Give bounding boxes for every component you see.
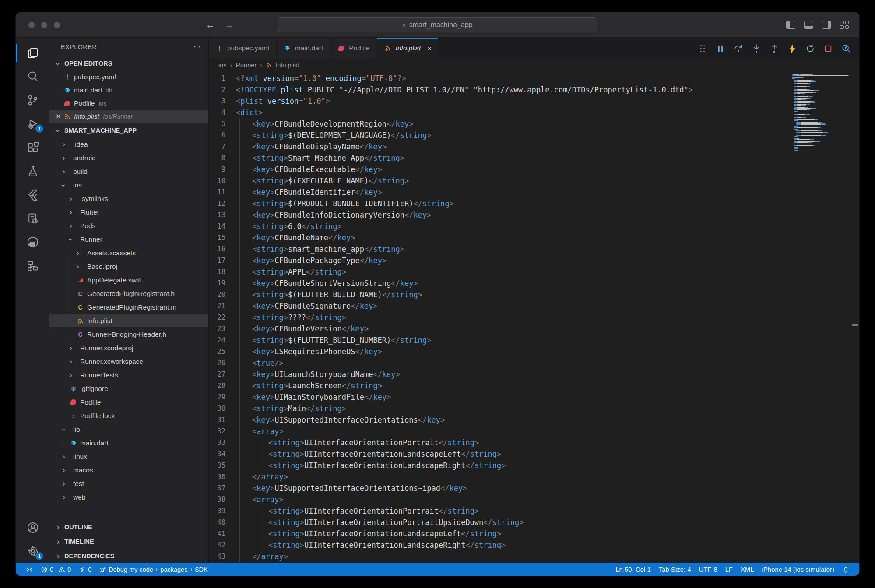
- status-debug-config[interactable]: Debug my code + packages + SDK: [95, 566, 212, 573]
- file-tree: ›.idea›android›build›ios›.symlinks›Flutt…: [49, 137, 208, 520]
- activity-extensions[interactable]: [16, 136, 49, 159]
- code-line-32: 32<array>: [209, 426, 789, 437]
- close-window-button[interactable]: [28, 22, 35, 28]
- status-ports[interactable]: 0: [75, 566, 95, 573]
- breadcrumb-item-Runner[interactable]: Runner: [236, 62, 257, 69]
- tree-item-AppDelegate.swift[interactable]: AppDelegate.swift: [49, 273, 208, 287]
- toggle-primary-sidebar-icon[interactable]: [786, 21, 795, 29]
- activity-testing[interactable]: [16, 159, 49, 183]
- zoom-window-button[interactable]: [54, 22, 60, 28]
- tree-item-Podfile[interactable]: Podfile: [49, 395, 208, 409]
- inspector-button[interactable]: [841, 43, 851, 54]
- tree-item-main.dart[interactable]: main.dart: [49, 436, 208, 450]
- project-section[interactable]: › SMART_MACHINE_APP: [49, 123, 208, 137]
- status-indentation[interactable]: Tab Size: 4: [655, 566, 695, 573]
- activity-flutter[interactable]: [16, 183, 49, 207]
- activity-run-debug[interactable]: 1: [16, 112, 49, 136]
- tree-item-Runner.xcworkspace[interactable]: ›Runner.xcworkspace: [49, 355, 208, 368]
- tab-pubspec.yaml[interactable]: !pubspec.yaml: [209, 38, 277, 59]
- status-eol[interactable]: LF: [721, 566, 737, 573]
- tree-item-.idea[interactable]: ›.idea: [49, 137, 208, 151]
- tree-item-ios[interactable]: ›ios: [49, 178, 208, 192]
- status-cursor-position[interactable]: Ln 50, Col 1: [611, 566, 655, 573]
- tree-item-Runner-Bridging-Header.h[interactable]: CRunner-Bridging-Header.h: [49, 327, 208, 341]
- tree-item-Runner[interactable]: ›Runner: [49, 232, 208, 246]
- pause-button[interactable]: [715, 43, 726, 54]
- tree-item-linux[interactable]: ›linux: [49, 450, 208, 463]
- breadcrumb-item-ios[interactable]: ios: [218, 62, 227, 69]
- tree-item-Info.plist[interactable]: Info.plist: [49, 314, 208, 327]
- toggle-panel-icon[interactable]: [804, 21, 813, 29]
- tree-item-.gitignore[interactable]: .gitignore: [49, 382, 208, 395]
- step-out-button[interactable]: [769, 43, 780, 54]
- status-device[interactable]: iPhone 14 (ios simulator): [758, 566, 838, 573]
- line-number: 3: [209, 95, 236, 107]
- tree-item-GeneratedPluginRegistrant.h[interactable]: CGeneratedPluginRegistrant.h: [49, 287, 208, 300]
- activity-explorer[interactable]: [16, 41, 49, 65]
- line-number: 8: [209, 152, 236, 164]
- activity-references[interactable]: [16, 254, 49, 278]
- tree-item-android[interactable]: ›android: [49, 151, 208, 165]
- activity-source-control[interactable]: [16, 88, 49, 112]
- tree-item-Base.lproj[interactable]: ›Base.lproj: [49, 260, 208, 273]
- customize-layout-icon[interactable]: [840, 21, 849, 29]
- file-name: Info.plist: [74, 113, 99, 120]
- status-problems[interactable]: 00: [37, 566, 75, 573]
- status-encoding[interactable]: UTF-8: [695, 566, 721, 573]
- open-editor-main.dart[interactable]: ✕main.dartlib: [49, 84, 208, 97]
- grip-button[interactable]: [697, 43, 708, 54]
- indent-guide: [68, 300, 68, 314]
- stop-button[interactable]: [823, 43, 833, 54]
- open-editor-pubspec.yaml[interactable]: ✕!pubspec.yaml: [49, 70, 208, 84]
- activity-github[interactable]: [16, 230, 49, 254]
- tree-item-test[interactable]: ›test: [49, 477, 208, 490]
- restart-button[interactable]: [805, 43, 815, 54]
- tree-item-Runner.xcodeproj[interactable]: ›Runner.xcodeproj: [49, 341, 208, 355]
- tab-Info.plist[interactable]: Info.plist×: [377, 38, 439, 59]
- section-dependencies[interactable]: ›DEPENDENCIES: [49, 549, 208, 563]
- explorer-more-actions-icon[interactable]: ⋯: [193, 42, 201, 52]
- tree-item-label: .gitignore: [80, 385, 108, 393]
- navigate-forward-icon[interactable]: →: [225, 20, 234, 30]
- tree-item-Pods[interactable]: ›Pods: [49, 219, 208, 232]
- open-editor-Podfile[interactable]: ✕Podfileios: [49, 97, 208, 110]
- step-over-button[interactable]: [733, 43, 744, 54]
- section-outline[interactable]: ›OUTLINE: [49, 520, 208, 534]
- tree-item-.symlinks[interactable]: ›.symlinks: [49, 192, 208, 205]
- tree-item-macos[interactable]: ›macos: [49, 463, 208, 477]
- navigate-back-icon[interactable]: ←: [206, 20, 215, 30]
- status-notifications[interactable]: [838, 566, 853, 573]
- open-editor-Info.plist[interactable]: ✕Info.plistios/Runner: [49, 110, 208, 123]
- minimize-window-button[interactable]: [41, 22, 47, 28]
- close-icon[interactable]: ×: [427, 45, 431, 52]
- status-remote[interactable]: [22, 566, 37, 573]
- tree-item-GeneratedPluginRegistrant.m[interactable]: CGeneratedPluginRegistrant.m: [49, 300, 208, 314]
- hot-reload-button[interactable]: [787, 43, 798, 54]
- section-timeline[interactable]: ›TIMELINE: [49, 534, 208, 549]
- close-icon[interactable]: ✕: [56, 113, 61, 120]
- activity-devtools[interactable]: [16, 207, 49, 230]
- tree-item-lib[interactable]: ›lib: [49, 423, 208, 436]
- line-number: 16: [209, 243, 236, 255]
- tree-item-Podfile.lock[interactable]: ≡Podfile.lock: [49, 409, 208, 423]
- toggle-secondary-sidebar-icon[interactable]: [822, 21, 831, 29]
- activity-search[interactable]: [16, 65, 49, 88]
- tree-item-build[interactable]: ›build: [49, 165, 208, 178]
- tree-item-RunnerTests[interactable]: ›RunnerTests: [49, 368, 208, 382]
- command-center-search[interactable]: ⌕ smart_machine_app: [278, 17, 597, 32]
- activity-settings[interactable]: 1: [16, 539, 49, 563]
- open-editors-section[interactable]: › OPEN EDITORS: [49, 56, 208, 70]
- step-into-button[interactable]: [751, 43, 762, 54]
- code-editor[interactable]: 1<?xml version="1.0" encoding="UTF-8"?>2…: [209, 71, 859, 563]
- line-number: 34: [209, 448, 236, 460]
- breadcrumb-item-Info.plist[interactable]: Info.plist: [266, 62, 299, 69]
- tree-item-Assets.xcassets[interactable]: ›Assets.xcassets: [49, 246, 208, 260]
- tab-Podfile[interactable]: Podfile: [330, 38, 377, 59]
- activity-accounts[interactable]: [16, 516, 49, 539]
- tree-item-Flutter[interactable]: ›Flutter: [49, 205, 208, 219]
- minimap[interactable]: [792, 74, 850, 151]
- warning-icon: !: [218, 44, 222, 53]
- tree-item-web[interactable]: ›web: [49, 490, 208, 504]
- tab-main.dart[interactable]: main.dart: [277, 38, 331, 59]
- status-language-mode[interactable]: XML: [737, 566, 758, 573]
